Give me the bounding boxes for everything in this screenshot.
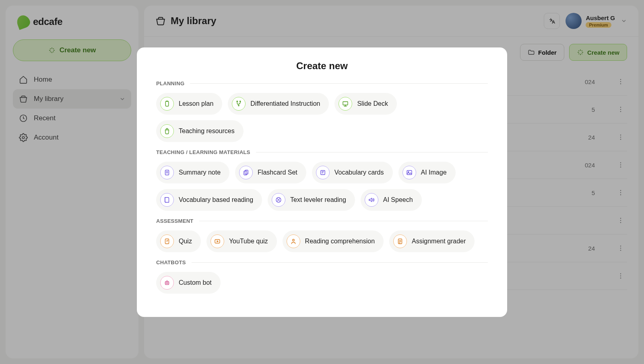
svg-rect-30	[343, 101, 348, 105]
option-quiz[interactable]: Quiz	[156, 230, 201, 252]
option-reading-comprehension[interactable]: Reading comprehension	[283, 230, 384, 252]
option-assignment-grader[interactable]: Assignment grader	[389, 230, 475, 252]
svg-point-36	[408, 171, 409, 172]
svg-rect-35	[407, 170, 412, 175]
section-label: CHATBOTS	[156, 259, 186, 265]
option-text-leveler-reading[interactable]: Text leveler reading	[268, 189, 355, 211]
chip-group: Lesson planDifferentiated InstructionSli…	[156, 93, 488, 142]
chip-label: AI Speech	[383, 196, 413, 204]
branch-icon	[232, 97, 246, 111]
option-vocabulary-based-reading[interactable]: Vocabulary based reading	[156, 189, 262, 211]
section-label: ASSESSMENT	[156, 218, 194, 224]
note-icon	[160, 166, 174, 179]
chip-label: AI Image	[421, 169, 447, 176]
chip-label: Quiz	[179, 238, 192, 245]
section-header: PLANNING	[156, 80, 488, 86]
svg-rect-34	[321, 170, 325, 175]
youtube-icon	[211, 234, 224, 248]
chip-label: Reading comprehension	[305, 238, 375, 245]
chip-label: Assignment grader	[412, 238, 466, 245]
option-summary-note[interactable]: Summary note	[156, 162, 229, 183]
presentation-icon	[339, 97, 352, 111]
chip-label: YouTube quiz	[229, 238, 268, 245]
chip-label: Vocabulary based reading	[179, 196, 253, 204]
chip-label: Slide Deck	[357, 100, 388, 107]
chip-label: Lesson plan	[179, 100, 213, 107]
chip-label: Text leveler reading	[290, 196, 346, 204]
section-header: TEACHING / LEARNING MATERIALS	[156, 149, 488, 155]
chip-label: Custom bot	[179, 279, 212, 286]
svg-rect-42	[165, 282, 169, 285]
chip-label: Vocabulary cards	[334, 169, 384, 176]
option-teaching-resources[interactable]: Teaching resources	[156, 120, 244, 142]
section-label: TEACHING / LEARNING MATERIALS	[156, 149, 250, 155]
chip-label: Flashcard Set	[258, 169, 297, 176]
svg-point-29	[238, 105, 239, 106]
chip-label: Summary note	[179, 169, 221, 176]
section-label: PLANNING	[156, 80, 184, 86]
bot-icon	[160, 276, 174, 290]
chip-label: Teaching resources	[179, 128, 235, 135]
option-custom-bot[interactable]: Custom bot	[156, 272, 221, 294]
vocab-icon	[316, 166, 330, 179]
option-lesson-plan[interactable]: Lesson plan	[156, 93, 222, 115]
speaker-icon	[365, 193, 378, 207]
chip-group: Summary noteFlashcard SetVocabulary card…	[156, 162, 488, 211]
quiz-icon	[160, 234, 174, 248]
modal-overlay[interactable]: Create new PLANNINGLesson planDifferenti…	[0, 0, 644, 364]
leveler-icon	[272, 193, 285, 207]
cards-icon	[239, 166, 253, 179]
option-differentiated-instruction[interactable]: Differentiated Instruction	[228, 93, 329, 115]
option-vocabulary-cards[interactable]: Vocabulary cards	[312, 162, 393, 183]
svg-point-43	[166, 283, 167, 284]
chip-group: QuizYouTube quizReading comprehensionAss…	[156, 230, 488, 252]
chip-label: Differentiated Instruction	[250, 100, 320, 107]
image-icon	[402, 166, 416, 179]
option-ai-speech[interactable]: AI Speech	[361, 189, 422, 211]
section-header: ASSESSMENT	[156, 218, 488, 224]
book-icon	[160, 193, 174, 207]
svg-point-44	[167, 283, 168, 284]
option-flashcard-set[interactable]: Flashcard Set	[235, 162, 306, 183]
option-slide-deck[interactable]: Slide Deck	[334, 93, 396, 115]
create-new-modal: Create new PLANNINGLesson planDifferenti…	[137, 47, 507, 317]
svg-point-40	[292, 239, 294, 241]
reading-icon	[287, 234, 300, 248]
clipboard-icon	[160, 97, 174, 111]
grader-icon	[393, 234, 407, 248]
svg-rect-26	[165, 101, 169, 106]
option-youtube-quiz[interactable]: YouTube quiz	[206, 230, 277, 252]
svg-rect-31	[165, 170, 169, 175]
bag-icon	[160, 124, 174, 138]
chip-group: Custom bot	[156, 272, 488, 294]
section-header: CHATBOTS	[156, 259, 488, 265]
svg-rect-32	[244, 171, 247, 175]
option-ai-image[interactable]: AI Image	[398, 162, 456, 183]
svg-rect-33	[245, 170, 248, 174]
modal-title: Create new	[156, 60, 488, 72]
